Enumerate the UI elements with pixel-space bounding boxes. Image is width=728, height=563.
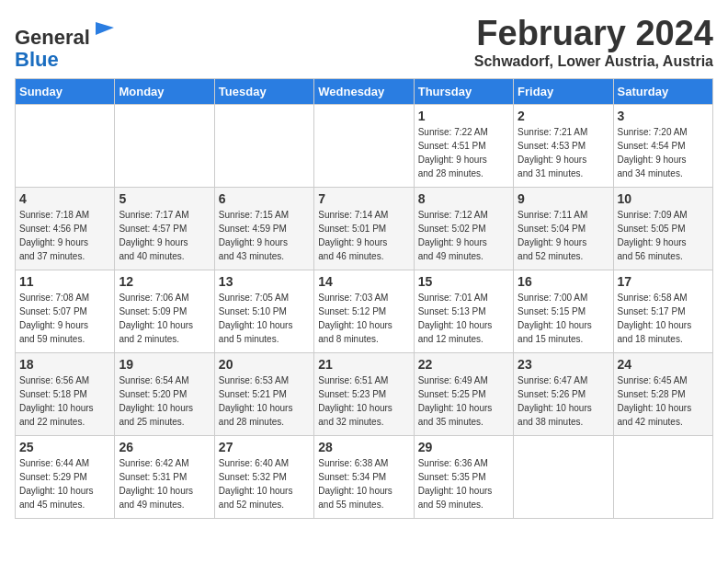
- day-info: Sunrise: 7:11 AM Sunset: 5:04 PM Dayligh…: [518, 208, 609, 263]
- day-number: 7: [318, 191, 409, 206]
- day-number: 14: [318, 274, 409, 289]
- day-number: 20: [219, 357, 310, 372]
- day-info: Sunrise: 6:49 AM Sunset: 5:25 PM Dayligh…: [418, 373, 509, 429]
- day-number: 18: [19, 357, 110, 372]
- day-info: Sunrise: 6:47 AM Sunset: 5:26 PM Dayligh…: [518, 373, 609, 429]
- calendar-cell: 7Sunrise: 7:14 AM Sunset: 5:01 PM Daylig…: [314, 188, 414, 270]
- day-number: 2: [518, 109, 609, 123]
- day-number: 29: [418, 440, 509, 454]
- day-info: Sunrise: 7:08 AM Sunset: 5:07 PM Dayligh…: [19, 291, 110, 346]
- weekday-header-saturday: Saturday: [613, 79, 712, 105]
- day-number: 16: [518, 274, 609, 289]
- day-number: 8: [418, 191, 509, 206]
- day-info: Sunrise: 7:15 AM Sunset: 4:59 PM Dayligh…: [219, 208, 310, 263]
- day-info: Sunrise: 7:03 AM Sunset: 5:12 PM Dayligh…: [318, 291, 409, 346]
- calendar-week-row: 1Sunrise: 7:22 AM Sunset: 4:51 PM Daylig…: [16, 105, 713, 188]
- day-info: Sunrise: 7:21 AM Sunset: 4:53 PM Dayligh…: [518, 125, 609, 180]
- day-number: 23: [518, 357, 609, 372]
- day-info: Sunrise: 6:36 AM Sunset: 5:35 PM Dayligh…: [418, 456, 509, 511]
- calendar-cell: [613, 436, 712, 519]
- logo-blue-text: Blue: [15, 48, 59, 71]
- day-info: Sunrise: 7:05 AM Sunset: 5:10 PM Dayligh…: [219, 291, 310, 346]
- calendar-cell: [16, 105, 115, 188]
- calendar-cell: 14Sunrise: 7:03 AM Sunset: 5:12 PM Dayli…: [314, 270, 414, 353]
- day-number: 15: [418, 274, 509, 289]
- calendar-cell: 5Sunrise: 7:17 AM Sunset: 4:57 PM Daylig…: [115, 188, 214, 270]
- calendar-cell: 23Sunrise: 6:47 AM Sunset: 5:26 PM Dayli…: [514, 353, 613, 436]
- weekday-header-wednesday: Wednesday: [314, 79, 414, 105]
- calendar-cell: 18Sunrise: 6:56 AM Sunset: 5:18 PM Dayli…: [16, 353, 115, 436]
- calendar-week-row: 11Sunrise: 7:08 AM Sunset: 5:07 PM Dayli…: [16, 270, 713, 353]
- day-number: 24: [618, 357, 709, 372]
- calendar-cell: [314, 105, 414, 188]
- calendar-table: SundayMondayTuesdayWednesdayThursdayFrid…: [15, 78, 713, 519]
- day-info: Sunrise: 7:18 AM Sunset: 4:56 PM Dayligh…: [19, 208, 110, 263]
- calendar-cell: 28Sunrise: 6:38 AM Sunset: 5:34 PM Dayli…: [314, 436, 414, 519]
- weekday-header-sunday: Sunday: [16, 79, 115, 105]
- calendar-cell: 24Sunrise: 6:45 AM Sunset: 5:28 PM Dayli…: [613, 353, 712, 436]
- day-info: Sunrise: 6:38 AM Sunset: 5:34 PM Dayligh…: [318, 456, 409, 511]
- day-number: 11: [19, 274, 110, 289]
- calendar-cell: 1Sunrise: 7:22 AM Sunset: 4:51 PM Daylig…: [414, 105, 513, 188]
- header: General Blue February 2024 Schwadorf, Lo…: [15, 15, 713, 71]
- day-info: Sunrise: 7:00 AM Sunset: 5:15 PM Dayligh…: [518, 291, 609, 346]
- calendar-cell: 26Sunrise: 6:42 AM Sunset: 5:31 PM Dayli…: [115, 436, 214, 519]
- calendar-cell: 15Sunrise: 7:01 AM Sunset: 5:13 PM Dayli…: [414, 270, 513, 353]
- calendar-cell: 25Sunrise: 6:44 AM Sunset: 5:29 PM Dayli…: [16, 436, 115, 519]
- calendar-week-row: 25Sunrise: 6:44 AM Sunset: 5:29 PM Dayli…: [16, 436, 713, 519]
- calendar-cell: 29Sunrise: 6:36 AM Sunset: 5:35 PM Dayli…: [414, 436, 513, 519]
- svg-marker-0: [96, 22, 114, 35]
- calendar-cell: [115, 105, 214, 188]
- weekday-header-tuesday: Tuesday: [214, 79, 313, 105]
- calendar-week-row: 18Sunrise: 6:56 AM Sunset: 5:18 PM Dayli…: [16, 353, 713, 436]
- day-number: 5: [119, 191, 210, 206]
- calendar-cell: 12Sunrise: 7:06 AM Sunset: 5:09 PM Dayli…: [115, 270, 214, 353]
- day-info: Sunrise: 6:54 AM Sunset: 5:20 PM Dayligh…: [119, 373, 210, 429]
- weekday-header-monday: Monday: [115, 79, 214, 105]
- day-info: Sunrise: 6:42 AM Sunset: 5:31 PM Dayligh…: [119, 456, 210, 511]
- calendar-cell: 8Sunrise: 7:12 AM Sunset: 5:02 PM Daylig…: [414, 188, 513, 270]
- day-number: 26: [119, 440, 210, 454]
- day-info: Sunrise: 7:17 AM Sunset: 4:57 PM Dayligh…: [119, 208, 210, 263]
- month-title: February 2024: [474, 15, 713, 53]
- weekday-header-thursday: Thursday: [414, 79, 513, 105]
- calendar-cell: 10Sunrise: 7:09 AM Sunset: 5:05 PM Dayli…: [613, 188, 712, 270]
- calendar-cell: 13Sunrise: 7:05 AM Sunset: 5:10 PM Dayli…: [214, 270, 313, 353]
- day-number: 22: [418, 357, 509, 372]
- day-number: 4: [19, 191, 110, 206]
- calendar-cell: 9Sunrise: 7:11 AM Sunset: 5:04 PM Daylig…: [514, 188, 613, 270]
- logo-general-text: General: [15, 26, 90, 49]
- calendar-cell: 16Sunrise: 7:00 AM Sunset: 5:15 PM Dayli…: [514, 270, 613, 353]
- day-info: Sunrise: 7:14 AM Sunset: 5:01 PM Dayligh…: [318, 208, 409, 263]
- day-info: Sunrise: 6:44 AM Sunset: 5:29 PM Dayligh…: [19, 456, 110, 511]
- day-number: 28: [318, 440, 409, 454]
- day-number: 3: [618, 109, 709, 123]
- day-number: 6: [219, 191, 310, 206]
- logo-flag-icon: [92, 18, 118, 44]
- calendar-cell: 21Sunrise: 6:51 AM Sunset: 5:23 PM Dayli…: [314, 353, 414, 436]
- calendar-cell: 4Sunrise: 7:18 AM Sunset: 4:56 PM Daylig…: [16, 188, 115, 270]
- day-number: 12: [119, 274, 210, 289]
- day-info: Sunrise: 6:40 AM Sunset: 5:32 PM Dayligh…: [219, 456, 310, 511]
- calendar-cell: [514, 436, 613, 519]
- day-number: 1: [418, 109, 509, 123]
- day-info: Sunrise: 7:01 AM Sunset: 5:13 PM Dayligh…: [418, 291, 509, 346]
- day-info: Sunrise: 7:09 AM Sunset: 5:05 PM Dayligh…: [618, 208, 709, 263]
- weekday-header-row: SundayMondayTuesdayWednesdayThursdayFrid…: [16, 79, 713, 105]
- calendar-cell: 3Sunrise: 7:20 AM Sunset: 4:54 PM Daylig…: [613, 105, 712, 188]
- logo: General Blue: [15, 18, 118, 71]
- day-number: 17: [618, 274, 709, 289]
- weekday-header-friday: Friday: [514, 79, 613, 105]
- day-number: 10: [618, 191, 709, 206]
- calendar-cell: 6Sunrise: 7:15 AM Sunset: 4:59 PM Daylig…: [214, 188, 313, 270]
- day-info: Sunrise: 6:58 AM Sunset: 5:17 PM Dayligh…: [618, 291, 709, 346]
- calendar-cell: 11Sunrise: 7:08 AM Sunset: 5:07 PM Dayli…: [16, 270, 115, 353]
- day-info: Sunrise: 7:22 AM Sunset: 4:51 PM Dayligh…: [418, 125, 509, 180]
- calendar-cell: 22Sunrise: 6:49 AM Sunset: 5:25 PM Dayli…: [414, 353, 513, 436]
- day-number: 19: [119, 357, 210, 372]
- calendar-week-row: 4Sunrise: 7:18 AM Sunset: 4:56 PM Daylig…: [16, 188, 713, 270]
- title-block: February 2024 Schwadorf, Lower Austria, …: [474, 15, 713, 70]
- day-number: 21: [318, 357, 409, 372]
- day-info: Sunrise: 6:53 AM Sunset: 5:21 PM Dayligh…: [219, 373, 310, 429]
- calendar-cell: 2Sunrise: 7:21 AM Sunset: 4:53 PM Daylig…: [514, 105, 613, 188]
